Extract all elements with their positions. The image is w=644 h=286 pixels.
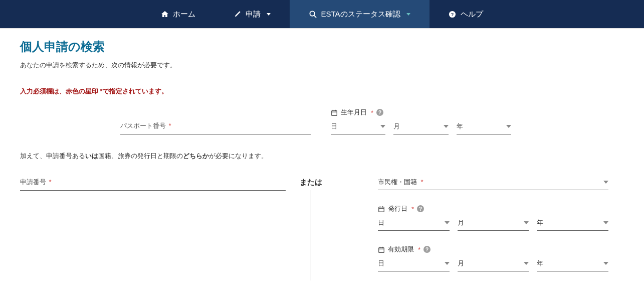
calendar-icon (331, 108, 338, 116)
passport-input[interactable] (120, 121, 311, 134)
svg-rect-4 (332, 110, 337, 115)
dob-year-select[interactable]: 年 (457, 120, 511, 134)
dob-day-select[interactable]: 日 (331, 120, 385, 134)
help-icon: ? (449, 10, 457, 18)
calendar-icon (378, 205, 385, 213)
svg-text:?: ? (451, 12, 454, 17)
row-primary-fields: パスポート番号 * 生年月日* ? 日 月 年 (20, 108, 624, 134)
svg-rect-8 (379, 207, 384, 212)
issue-day-select[interactable]: 日 (378, 216, 450, 231)
page-title: 個人申請の検索 (20, 39, 624, 55)
svg-rect-12 (379, 247, 384, 252)
dob-date-row: 日 月 年 (331, 120, 511, 134)
expiry-date-label: 有効期限* ? (378, 245, 624, 254)
dob-label: 生年月日* ? (331, 108, 519, 117)
nav-home-label: ホーム (173, 10, 195, 19)
pencil-icon (234, 10, 242, 18)
search-icon (309, 10, 317, 18)
expiry-date-field: 有効期限* ? 日 月 年 (378, 245, 624, 271)
caret-down-icon (406, 13, 410, 16)
instruction-text: あなたの申請を検索するため、次の情報が必要です。 (20, 61, 624, 70)
issue-year-select[interactable]: 年 (537, 216, 608, 231)
nav-help[interactable]: ? ヘルプ (430, 0, 502, 28)
dob-month-select[interactable]: 月 (393, 120, 448, 134)
help-circle-icon[interactable]: ? (423, 246, 431, 253)
row-alternative-fields: 申請番号 * または 市民権・国籍 * 発行日* ? (20, 176, 624, 280)
citizenship-passport-group: 市民権・国籍 * 発行日* ? 日 月 年 (336, 176, 624, 280)
issue-month-select[interactable]: 月 (458, 216, 529, 231)
application-number-input[interactable] (20, 178, 286, 191)
nav-home[interactable]: ホーム (142, 0, 214, 28)
divider-line (311, 190, 311, 280)
chevron-down-icon (603, 262, 608, 265)
issue-date-row: 日 月 年 (378, 216, 608, 231)
citizenship-select[interactable]: 市民権・国籍 * (378, 176, 608, 190)
chevron-down-icon (524, 221, 529, 224)
chevron-down-icon (506, 125, 511, 128)
chevron-down-icon (445, 221, 450, 224)
or-divider: または (286, 176, 336, 280)
citizenship-field: 市民権・国籍 * (378, 176, 624, 190)
help-circle-icon[interactable]: ? (417, 205, 424, 212)
svg-line-1 (314, 15, 316, 18)
dob-field-group: 生年月日* ? 日 月 年 (331, 108, 519, 134)
required-note: 入力必須欄は、赤色の星印 *で指定されています。 (20, 87, 624, 96)
expiry-day-select[interactable]: 日 (378, 257, 450, 271)
calendar-icon (378, 245, 385, 253)
nav-help-label: ヘルプ (461, 10, 483, 19)
expiry-date-row: 日 月 年 (378, 257, 608, 271)
main-navbar: ホーム 申請 ESTAのステータス確認 ? ヘルプ (0, 0, 644, 28)
expiry-year-select[interactable]: 年 (537, 257, 608, 271)
nav-inner: ホーム 申請 ESTAのステータス確認 ? ヘルプ (142, 0, 502, 28)
chevron-down-icon (380, 125, 385, 128)
chevron-down-icon (444, 125, 449, 128)
chevron-down-icon (524, 262, 529, 265)
chevron-down-icon (603, 221, 608, 224)
content: 個人申請の検索 あなたの申請を検索するため、次の情報が必要です。 入力必須欄は、… (0, 28, 644, 286)
caret-down-icon (267, 13, 271, 16)
chevron-down-icon (445, 262, 450, 265)
home-icon (161, 10, 169, 18)
expiry-month-select[interactable]: 月 (458, 257, 529, 271)
or-text: または (300, 178, 322, 187)
issue-date-field: 発行日* ? 日 月 年 (378, 204, 624, 231)
passport-field-group: パスポート番号 * (120, 121, 311, 134)
nav-check-label: ESTAのステータス確認 (321, 10, 400, 19)
nav-check-status[interactable]: ESTAのステータス確認 (290, 0, 429, 28)
help-circle-icon[interactable]: ? (376, 109, 383, 116)
additional-note: 加えて、申請番号あるいは国籍、旅券の発行日と期限のどちらかが必要になります。 (20, 152, 624, 161)
chevron-down-icon (603, 181, 608, 184)
nav-apply[interactable]: 申請 (214, 0, 290, 28)
issue-date-label: 発行日* ? (378, 204, 624, 213)
application-number-group: 申請番号 * (20, 176, 286, 280)
nav-apply-label: 申請 (246, 10, 261, 19)
